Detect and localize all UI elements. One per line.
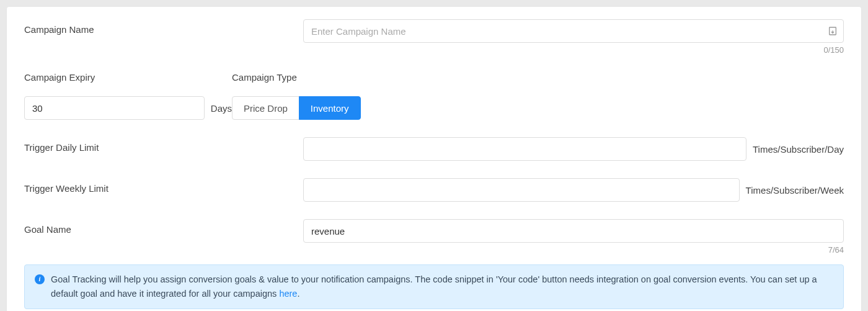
goal-name-input[interactable] bbox=[303, 219, 844, 243]
trigger-weekly-input[interactable] bbox=[303, 178, 740, 202]
campaign-name-label: Campaign Name bbox=[24, 19, 232, 35]
campaign-name-input[interactable] bbox=[303, 19, 844, 43]
campaign-type-inventory[interactable]: Inventory bbox=[299, 96, 361, 120]
trigger-weekly-suffix: Times/Subscriber/Week bbox=[746, 185, 844, 196]
campaign-name-counter: 0/150 bbox=[303, 45, 844, 55]
goal-name-counter: 7/64 bbox=[303, 245, 844, 255]
campaign-settings-panel: Campaign Name 0/150 Campa bbox=[6, 6, 862, 311]
goal-tracking-here-link[interactable]: here bbox=[279, 289, 297, 299]
campaign-type-toggle: Price Drop Inventory bbox=[232, 96, 361, 120]
goal-tracking-info: i Goal Tracking will help you assign con… bbox=[24, 264, 844, 309]
campaign-expiry-unit: Days bbox=[211, 103, 232, 114]
campaign-expiry-label: Campaign Expiry bbox=[24, 72, 232, 83]
emoji-picker-icon[interactable] bbox=[828, 26, 838, 36]
goal-tracking-info-text: Goal Tracking will help you assign conve… bbox=[51, 273, 833, 301]
trigger-daily-label: Trigger Daily Limit bbox=[24, 137, 232, 153]
campaign-expiry-input[interactable] bbox=[24, 96, 205, 120]
trigger-weekly-label: Trigger Weekly Limit bbox=[24, 178, 232, 194]
goal-name-label: Goal Name bbox=[24, 219, 232, 235]
campaign-type-label: Campaign Type bbox=[232, 72, 361, 83]
info-icon: i bbox=[35, 274, 45, 284]
trigger-daily-input[interactable] bbox=[303, 137, 746, 161]
campaign-type-price-drop[interactable]: Price Drop bbox=[232, 96, 299, 120]
trigger-daily-suffix: Times/Subscriber/Day bbox=[753, 144, 844, 155]
